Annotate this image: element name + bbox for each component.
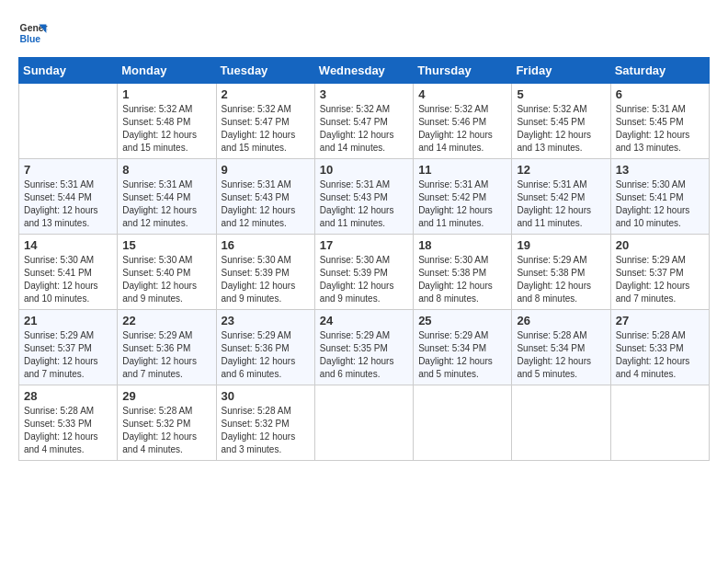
day-info: Sunrise: 5:28 AM Sunset: 5:32 PM Dayligh…: [122, 405, 210, 456]
day-number: 30: [222, 389, 310, 403]
day-info: Sunrise: 5:31 AM Sunset: 5:43 PM Dayligh…: [320, 178, 408, 230]
day-info: Sunrise: 5:32 AM Sunset: 5:47 PM Dayligh…: [222, 103, 310, 155]
calendar-cell: 10Sunrise: 5:31 AM Sunset: 5:43 PM Dayli…: [314, 159, 413, 235]
day-number: 9: [222, 163, 310, 177]
day-number: 20: [616, 238, 704, 252]
day-info: Sunrise: 5:31 AM Sunset: 5:42 PM Dayligh…: [418, 178, 506, 230]
calendar-cell: [610, 385, 709, 461]
day-number: 28: [24, 389, 112, 403]
week-row-2: 7Sunrise: 5:31 AM Sunset: 5:44 PM Daylig…: [19, 159, 710, 235]
weekday-header-tuesday: Tuesday: [216, 58, 314, 84]
day-number: 4: [418, 87, 506, 101]
day-info: Sunrise: 5:29 AM Sunset: 5:37 PM Dayligh…: [24, 329, 112, 381]
day-info: Sunrise: 5:32 AM Sunset: 5:45 PM Dayligh…: [517, 103, 605, 155]
calendar-cell: 24Sunrise: 5:29 AM Sunset: 5:35 PM Dayli…: [314, 310, 413, 385]
day-number: 5: [517, 87, 605, 101]
calendar-cell: 30Sunrise: 5:28 AM Sunset: 5:32 PM Dayli…: [216, 385, 314, 461]
weekday-header-wednesday: Wednesday: [314, 58, 413, 84]
day-number: 3: [320, 87, 408, 101]
day-number: 16: [222, 238, 310, 252]
logo-icon: General Blue: [18, 18, 48, 48]
day-number: 15: [122, 238, 210, 252]
day-number: 27: [616, 314, 704, 327]
calendar-cell: 28Sunrise: 5:28 AM Sunset: 5:33 PM Dayli…: [19, 385, 118, 461]
day-info: Sunrise: 5:30 AM Sunset: 5:40 PM Dayligh…: [122, 254, 210, 305]
calendar-cell: 13Sunrise: 5:30 AM Sunset: 5:41 PM Dayli…: [610, 159, 709, 235]
day-number: 19: [517, 238, 605, 252]
calendar-cell: 16Sunrise: 5:30 AM Sunset: 5:39 PM Dayli…: [216, 235, 314, 310]
day-number: 14: [24, 238, 112, 252]
calendar-cell: [314, 385, 413, 461]
calendar-cell: 26Sunrise: 5:28 AM Sunset: 5:34 PM Dayli…: [512, 310, 610, 385]
day-number: 12: [517, 163, 605, 177]
calendar-cell: 15Sunrise: 5:30 AM Sunset: 5:40 PM Dayli…: [118, 235, 216, 310]
day-number: 24: [320, 314, 408, 327]
week-row-3: 14Sunrise: 5:30 AM Sunset: 5:41 PM Dayli…: [19, 235, 710, 310]
calendar-cell: 22Sunrise: 5:29 AM Sunset: 5:36 PM Dayli…: [118, 310, 216, 385]
calendar-cell: 6Sunrise: 5:31 AM Sunset: 5:45 PM Daylig…: [610, 84, 709, 159]
day-number: 7: [24, 163, 112, 177]
calendar-cell: 1Sunrise: 5:32 AM Sunset: 5:48 PM Daylig…: [118, 84, 216, 159]
calendar-cell: [512, 385, 610, 461]
day-number: 23: [222, 314, 310, 327]
calendar-cell: 3Sunrise: 5:32 AM Sunset: 5:47 PM Daylig…: [314, 84, 413, 159]
calendar-cell: 18Sunrise: 5:30 AM Sunset: 5:38 PM Dayli…: [414, 235, 512, 310]
calendar-cell: 14Sunrise: 5:30 AM Sunset: 5:41 PM Dayli…: [19, 235, 118, 310]
day-info: Sunrise: 5:29 AM Sunset: 5:36 PM Dayligh…: [122, 329, 210, 381]
calendar-cell: 8Sunrise: 5:31 AM Sunset: 5:44 PM Daylig…: [118, 159, 216, 235]
day-info: Sunrise: 5:28 AM Sunset: 5:33 PM Dayligh…: [616, 329, 704, 381]
day-info: Sunrise: 5:31 AM Sunset: 5:44 PM Dayligh…: [24, 178, 112, 230]
day-info: Sunrise: 5:31 AM Sunset: 5:44 PM Dayligh…: [122, 178, 210, 230]
day-number: 10: [320, 163, 408, 177]
day-info: Sunrise: 5:29 AM Sunset: 5:35 PM Dayligh…: [320, 329, 408, 381]
calendar-cell: 20Sunrise: 5:29 AM Sunset: 5:37 PM Dayli…: [610, 235, 709, 310]
calendar-cell: 7Sunrise: 5:31 AM Sunset: 5:44 PM Daylig…: [19, 159, 118, 235]
day-number: 11: [418, 163, 506, 177]
weekday-header-sunday: Sunday: [19, 58, 118, 84]
day-number: 8: [122, 163, 210, 177]
logo: General Blue: [18, 18, 48, 48]
week-row-4: 21Sunrise: 5:29 AM Sunset: 5:37 PM Dayli…: [19, 310, 710, 385]
day-info: Sunrise: 5:29 AM Sunset: 5:34 PM Dayligh…: [418, 329, 506, 381]
calendar-cell: 11Sunrise: 5:31 AM Sunset: 5:42 PM Dayli…: [414, 159, 512, 235]
day-number: 1: [122, 87, 210, 101]
calendar-cell: 17Sunrise: 5:30 AM Sunset: 5:39 PM Dayli…: [314, 235, 413, 310]
calendar-cell: 19Sunrise: 5:29 AM Sunset: 5:38 PM Dayli…: [512, 235, 610, 310]
calendar-cell: [414, 385, 512, 461]
calendar-cell: 25Sunrise: 5:29 AM Sunset: 5:34 PM Dayli…: [414, 310, 512, 385]
week-row-1: 1Sunrise: 5:32 AM Sunset: 5:48 PM Daylig…: [19, 84, 710, 159]
day-info: Sunrise: 5:29 AM Sunset: 5:36 PM Dayligh…: [222, 329, 310, 381]
day-number: 29: [122, 389, 210, 403]
day-number: 21: [24, 314, 112, 327]
day-number: 18: [418, 238, 506, 252]
weekday-header-thursday: Thursday: [414, 58, 512, 84]
day-info: Sunrise: 5:31 AM Sunset: 5:45 PM Dayligh…: [616, 103, 704, 155]
day-info: Sunrise: 5:32 AM Sunset: 5:48 PM Dayligh…: [122, 103, 210, 155]
calendar-cell: 5Sunrise: 5:32 AM Sunset: 5:45 PM Daylig…: [512, 84, 610, 159]
week-row-5: 28Sunrise: 5:28 AM Sunset: 5:33 PM Dayli…: [19, 385, 710, 461]
calendar-body: 1Sunrise: 5:32 AM Sunset: 5:48 PM Daylig…: [19, 84, 710, 461]
weekday-header-friday: Friday: [512, 58, 610, 84]
day-info: Sunrise: 5:31 AM Sunset: 5:43 PM Dayligh…: [222, 178, 310, 230]
day-info: Sunrise: 5:30 AM Sunset: 5:38 PM Dayligh…: [418, 254, 506, 305]
day-number: 25: [418, 314, 506, 327]
day-info: Sunrise: 5:32 AM Sunset: 5:46 PM Dayligh…: [418, 103, 506, 155]
day-info: Sunrise: 5:32 AM Sunset: 5:47 PM Dayligh…: [320, 103, 408, 155]
calendar-cell: 23Sunrise: 5:29 AM Sunset: 5:36 PM Dayli…: [216, 310, 314, 385]
day-number: 26: [517, 314, 605, 327]
day-info: Sunrise: 5:28 AM Sunset: 5:33 PM Dayligh…: [24, 405, 112, 456]
calendar-table: SundayMondayTuesdayWednesdayThursdayFrid…: [18, 57, 710, 461]
day-number: 2: [222, 87, 310, 101]
page-header: General Blue: [18, 18, 710, 48]
day-info: Sunrise: 5:30 AM Sunset: 5:41 PM Dayligh…: [616, 178, 704, 230]
calendar-header: SundayMondayTuesdayWednesdayThursdayFrid…: [19, 58, 710, 84]
day-info: Sunrise: 5:30 AM Sunset: 5:41 PM Dayligh…: [24, 254, 112, 305]
day-number: 6: [616, 87, 704, 101]
day-info: Sunrise: 5:30 AM Sunset: 5:39 PM Dayligh…: [320, 254, 408, 305]
calendar-cell: 4Sunrise: 5:32 AM Sunset: 5:46 PM Daylig…: [414, 84, 512, 159]
day-number: 22: [122, 314, 210, 327]
svg-text:Blue: Blue: [20, 34, 41, 44]
calendar-cell: 9Sunrise: 5:31 AM Sunset: 5:43 PM Daylig…: [216, 159, 314, 235]
calendar-cell: [19, 84, 118, 159]
calendar-cell: 27Sunrise: 5:28 AM Sunset: 5:33 PM Dayli…: [610, 310, 709, 385]
